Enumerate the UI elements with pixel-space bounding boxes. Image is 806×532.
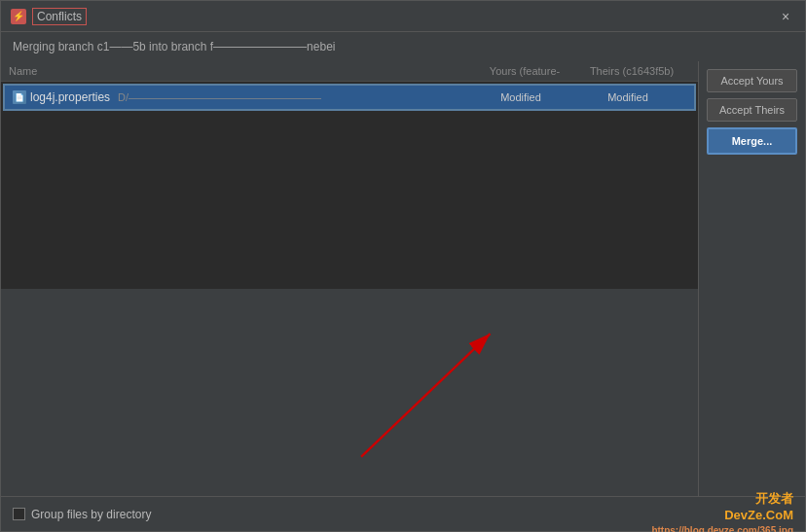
header-theirs: Theirs (c1643f5b) <box>573 65 690 77</box>
group-files-label: Group files by directory <box>31 508 151 521</box>
header-name: Name <box>9 65 476 77</box>
file-row-name: 📄 log4j.properties D/—————————————————— <box>13 90 472 104</box>
merge-info: Merging branch c1——5b into branch f—————… <box>1 32 805 61</box>
app-icon: ⚡ <box>11 9 26 24</box>
conflicts-window: ⚡ Conflicts × Merging branch c1——5b into… <box>0 0 806 532</box>
content-area: Name Yours (feature- Theirs (c1643f5b) 📄… <box>1 61 805 496</box>
file-panel: Name Yours (feature- Theirs (c1643f5b) 📄… <box>1 61 698 496</box>
theirs-status: Modified <box>569 91 686 103</box>
watermark-line3: https://blog.devze.com/365.jpg <box>651 524 793 532</box>
bottom-bar: Group files by directory 开发者 DevZe.CoM h… <box>1 496 805 531</box>
table-body: 📄 log4j.properties D/—————————————————— … <box>1 82 698 289</box>
watermark-line2: DevZe.CoM <box>651 508 793 524</box>
window-title: Conflicts <box>32 8 87 25</box>
yours-status: Modified <box>472 91 569 103</box>
title-bar-left: ⚡ Conflicts <box>11 8 87 25</box>
file-path: D/—————————————————— <box>118 91 321 103</box>
title-bar: ⚡ Conflicts × <box>1 1 805 32</box>
table-header: Name Yours (feature- Theirs (c1643f5b) <box>1 61 698 82</box>
group-files-checkbox[interactable] <box>13 508 25 520</box>
merge-button[interactable]: Merge... <box>707 127 797 155</box>
sidebar: Accept Yours Accept Theirs Merge... <box>698 61 805 496</box>
checkbox-group: Group files by directory <box>13 508 151 521</box>
accept-yours-button[interactable]: Accept Yours <box>707 69 797 92</box>
svg-line-1 <box>361 334 490 457</box>
arrow-graphic <box>1 289 698 496</box>
accept-theirs-button[interactable]: Accept Theirs <box>707 98 797 122</box>
file-name: log4j.properties <box>30 90 110 104</box>
file-type-icon: 📄 <box>13 90 26 104</box>
header-yours: Yours (feature- <box>476 65 573 77</box>
close-button[interactable]: × <box>776 7 795 26</box>
merge-info-text: Merging branch c1——5b into branch f—————… <box>13 40 335 53</box>
table-row[interactable]: 📄 log4j.properties D/—————————————————— … <box>3 84 696 111</box>
watermark: 开发者 DevZe.CoM https://blog.devze.com/365… <box>651 491 793 532</box>
arrow-area <box>1 289 698 496</box>
